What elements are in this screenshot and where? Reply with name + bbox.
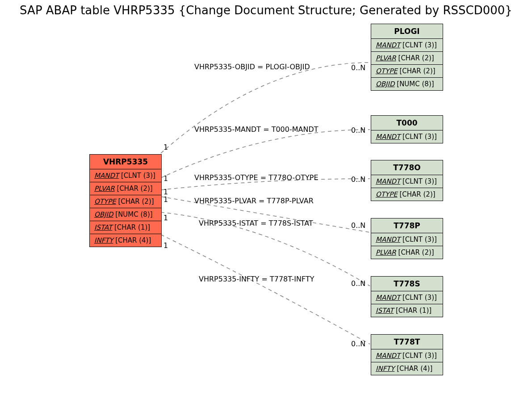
cardinality-left: 1 — [163, 143, 168, 151]
relation-label: VHRP5335-MANDT = T000-MANDT — [194, 125, 318, 134]
cardinality-right: 0..N — [351, 340, 365, 348]
entity-field: OBJID [NUMC (8)] — [90, 208, 161, 221]
diagram-title: SAP ABAP table VHRP5335 {Change Document… — [0, 4, 532, 17]
entity-header: T000 — [371, 116, 443, 130]
relation-label: VHRP5335-OBJID = PLOGI-OBJID — [194, 63, 310, 71]
entity-field: MANDT [CLNT (3)] — [371, 39, 443, 52]
entity-field: MANDT [CLNT (3)] — [90, 169, 161, 182]
entity-T778O: T778O MANDT [CLNT (3)] OTYPE [CHAR (2)] — [371, 160, 443, 201]
cardinality-right: 0..N — [351, 175, 365, 184]
entity-header: VHRP5335 — [90, 155, 161, 169]
entity-field: MANDT [CLNT (3)] — [371, 130, 443, 143]
cardinality-right: 0..N — [351, 221, 365, 230]
entity-VHRP5335: VHRP5335 MANDT [CLNT (3)] PLVAR [CHAR (2… — [89, 154, 162, 247]
relation-label: VHRP5335-ISTAT = T778S-ISTAT — [199, 219, 313, 227]
entity-header: T778S — [371, 277, 443, 291]
cardinality-right: 0..N — [351, 126, 365, 134]
cardinality-left: 1 — [163, 195, 168, 204]
entity-T778T: T778T MANDT [CLNT (3)] INFTY [CHAR (4)] — [371, 334, 443, 375]
cardinality-left: 1 — [163, 214, 168, 222]
entity-field: MANDT [CLNT (3)] — [371, 291, 443, 304]
relation-label: VHRP5335-OTYPE = T778O-OTYPE — [194, 173, 318, 182]
cardinality-left: 1 — [163, 241, 168, 250]
entity-field: ISTAT [CHAR (1)] — [371, 304, 443, 317]
cardinality-left: 1 — [163, 174, 168, 183]
entity-field: MANDT [CLNT (3)] — [371, 233, 443, 246]
entity-field: OTYPE [CHAR (2)] — [371, 188, 443, 201]
entity-field: OTYPE [CHAR (2)] — [90, 195, 161, 208]
entity-T778P: T778P MANDT [CLNT (3)] PLVAR [CHAR (2)] — [371, 218, 443, 259]
entity-field: OBJID [NUMC (8)] — [371, 78, 443, 90]
entity-PLOGI: PLOGI MANDT [CLNT (3)] PLVAR [CHAR (2)] … — [371, 24, 443, 91]
entity-field: MANDT [CLNT (3)] — [371, 349, 443, 362]
entity-field: PLVAR [CHAR (2)] — [371, 52, 443, 65]
relation-label: VHRP5335-INFTY = T778T-INFTY — [199, 275, 314, 283]
entity-header: T778T — [371, 335, 443, 349]
entity-field: INFTY [CHAR (4)] — [371, 362, 443, 375]
entity-T778S: T778S MANDT [CLNT (3)] ISTAT [CHAR (1)] — [371, 276, 443, 317]
entity-field: PLVAR [CHAR (2)] — [90, 182, 161, 195]
entity-field: MANDT [CLNT (3)] — [371, 175, 443, 188]
entity-field: ISTAT [CHAR (1)] — [90, 221, 161, 234]
cardinality-right: 0..N — [351, 63, 365, 72]
entity-field: PLVAR [CHAR (2)] — [371, 246, 443, 259]
entity-T000: T000 MANDT [CLNT (3)] — [371, 115, 443, 143]
relation-label: VHRP5335-PLVAR = T778P-PLVAR — [194, 197, 314, 205]
entity-field: OTYPE [CHAR (2)] — [371, 65, 443, 78]
entity-field: INFTY [CHAR (4)] — [90, 234, 161, 247]
entity-header: T778O — [371, 160, 443, 175]
cardinality-right: 0..N — [351, 279, 365, 288]
entity-header: PLOGI — [371, 24, 443, 39]
entity-header: T778P — [371, 218, 443, 233]
